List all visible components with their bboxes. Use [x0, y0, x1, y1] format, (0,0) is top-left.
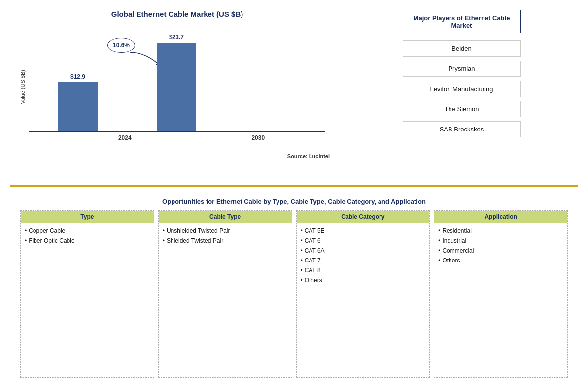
player-sab: SAB Brockskes: [403, 121, 521, 137]
bar-group-2024: $12.9: [58, 73, 98, 131]
major-players-title: Major Players of Ethernet Cable Market: [403, 10, 521, 33]
player-prysmian: Prysmian: [403, 61, 521, 77]
cable-cat-item-5: • Others: [301, 277, 426, 284]
bullet: •: [301, 228, 303, 234]
bullet: •: [438, 228, 440, 234]
type-item-0: • Copper Cable: [25, 228, 150, 234]
page-wrapper: Global Ethernet Cable Market (US $B) Val…: [0, 0, 588, 391]
app-item-1: • Industrial: [438, 237, 563, 244]
opportunities-box: Opportunities for Ethernet Cable by Type…: [15, 193, 573, 383]
cable-type-item-1: • Shielded Twisted Pair: [163, 237, 288, 244]
cable-type-column-body: • Unshielded Twisted Pair • Shielded Twi…: [159, 223, 292, 377]
bar-value-2030: $23.7: [169, 34, 184, 41]
source-label: Source: Lucintel: [287, 153, 330, 159]
x-axis-line: [29, 131, 325, 132]
player-siemon: The Siemon: [403, 101, 521, 117]
bars-area: 10.6%: [29, 23, 335, 151]
cable-type-column-header: Cable Type: [159, 211, 292, 223]
cable-category-column-body: • CAT 5E • CAT 6 • CAT 6A •: [297, 223, 430, 377]
type-column-header: Type: [21, 211, 154, 223]
cable-type-column: Cable Type • Unshielded Twisted Pair • S…: [158, 210, 292, 378]
cable-category-column-header: Cable Category: [297, 211, 430, 223]
player-belden: Belden: [403, 40, 521, 57]
app-item-2: • Commercial: [438, 247, 563, 254]
application-column: Application • Residential • Industrial •: [434, 210, 568, 378]
type-item-1: • Fiber Optic Cable: [25, 237, 150, 244]
cagr-annotation: 10.6%: [107, 38, 135, 53]
app-item-3: • Others: [438, 257, 563, 264]
bullet: •: [438, 257, 440, 264]
section-divider: [10, 185, 578, 187]
application-column-body: • Residential • Industrial • Commercial: [434, 223, 567, 377]
bullet: •: [301, 237, 303, 244]
app-item-0: • Residential: [438, 228, 563, 234]
bar-group-2030: $23.7: [157, 34, 196, 131]
bar-2024: [58, 82, 98, 131]
x-label-2030: 2030: [192, 134, 325, 141]
bullet: •: [163, 228, 165, 234]
cable-category-column: Cable Category • CAT 5E • CAT 6 • CAT 6A: [296, 210, 430, 378]
x-label-2024: 2024: [58, 134, 192, 141]
chart-container: Value (US $B) 10.6%: [20, 23, 335, 151]
bullet: •: [301, 247, 303, 254]
bullet: •: [163, 237, 165, 244]
top-section: Global Ethernet Cable Market (US $B) Val…: [10, 5, 578, 182]
bullet: •: [25, 228, 27, 234]
cable-cat-item-1: • CAT 6: [301, 237, 426, 244]
right-panel: Major Players of Ethernet Cable Market B…: [345, 5, 578, 182]
x-labels: 2024 2030: [29, 134, 325, 141]
bar-2030: [157, 43, 196, 131]
bullet: •: [301, 267, 303, 274]
columns-row: Type • Copper Cable • Fiber Optic Cable: [20, 210, 568, 378]
bullet: •: [301, 277, 303, 284]
cable-cat-item-0: • CAT 5E: [301, 228, 426, 234]
chart-area: Global Ethernet Cable Market (US $B) Val…: [10, 5, 345, 182]
type-column-body: • Copper Cable • Fiber Optic Cable: [21, 223, 154, 377]
cable-type-item-0: • Unshielded Twisted Pair: [163, 228, 288, 234]
bar-value-2024: $12.9: [70, 73, 85, 80]
bullet: •: [301, 257, 303, 264]
bottom-section: Opportunities for Ethernet Cable by Type…: [10, 190, 578, 386]
player-leviton: Leviton Manufacturing: [403, 81, 521, 97]
chart-title: Global Ethernet Cable Market (US $B): [111, 10, 243, 18]
opportunities-title: Opportunities for Ethernet Cable by Type…: [20, 198, 568, 205]
cable-cat-item-2: • CAT 6A: [301, 247, 426, 254]
cable-cat-item-4: • CAT 8: [301, 267, 426, 274]
bullet: •: [438, 237, 440, 244]
bars-row: 10.6%: [29, 23, 335, 131]
y-axis-label: Value (US $B): [20, 70, 26, 104]
application-column-header: Application: [434, 211, 567, 223]
bullet: •: [438, 247, 440, 254]
type-column: Type • Copper Cable • Fiber Optic Cable: [20, 210, 154, 378]
bullet: •: [25, 237, 27, 244]
cable-cat-item-3: • CAT 7: [301, 257, 426, 264]
